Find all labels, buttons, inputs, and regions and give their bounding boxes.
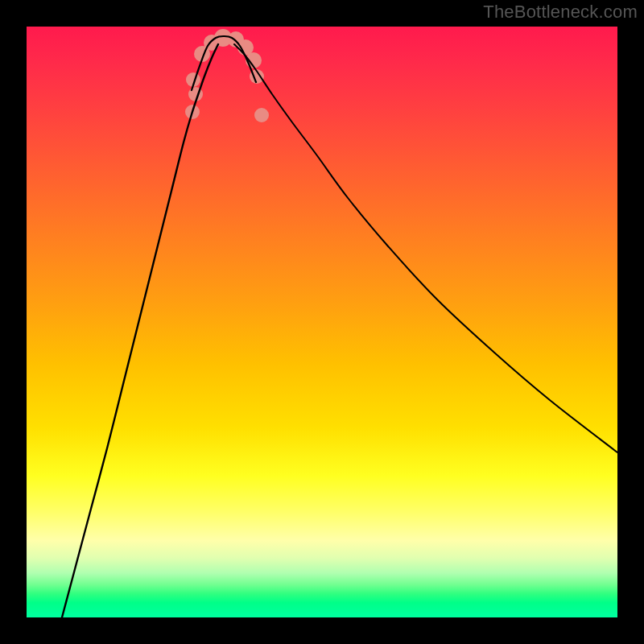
- plot-area: [27, 27, 617, 617]
- curve-right-branch: [234, 44, 617, 452]
- curve-left-branch: [62, 44, 218, 617]
- chart-frame: TheBottleneck.com: [0, 0, 644, 644]
- curve-layer: [27, 27, 617, 617]
- highlight-markers: [185, 29, 269, 122]
- watermark-text: TheBottleneck.com: [483, 2, 638, 23]
- highlight-dot: [254, 108, 269, 122]
